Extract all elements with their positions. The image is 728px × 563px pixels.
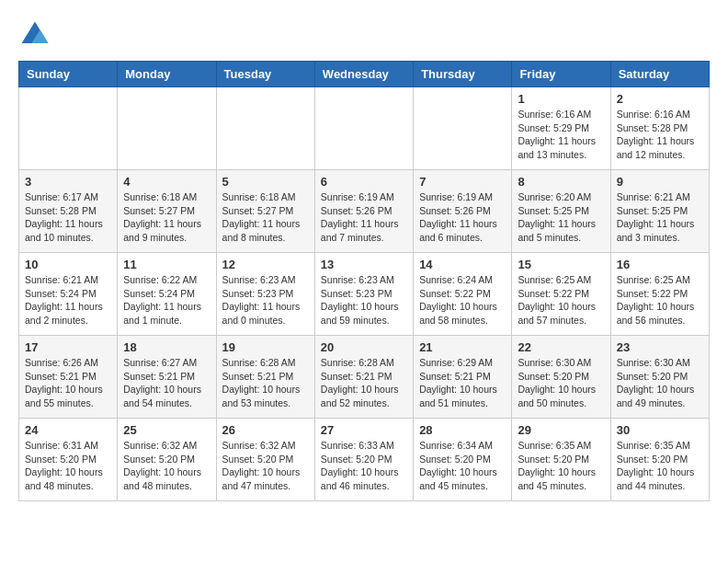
day-info: Sunrise: 6:28 AM Sunset: 5:21 PM Dayligh… bbox=[321, 356, 407, 410]
day-info: Sunrise: 6:17 AM Sunset: 5:28 PM Dayligh… bbox=[25, 190, 111, 245]
day-info: Sunrise: 6:18 AM Sunset: 5:27 PM Dayligh… bbox=[222, 190, 309, 245]
weekday-header-tuesday: Tuesday bbox=[216, 62, 314, 87]
day-info: Sunrise: 6:35 AM Sunset: 5:20 PM Dayligh… bbox=[518, 439, 604, 493]
day-number: 10 bbox=[25, 258, 111, 271]
day-number: 3 bbox=[25, 175, 111, 189]
day-number: 5 bbox=[222, 175, 309, 189]
calendar-cell: 15Sunrise: 6:25 AM Sunset: 5:22 PM Dayli… bbox=[512, 253, 610, 336]
day-info: Sunrise: 6:16 AM Sunset: 5:28 PM Dayligh… bbox=[617, 108, 703, 162]
day-number: 12 bbox=[222, 258, 309, 271]
day-info: Sunrise: 6:35 AM Sunset: 5:20 PM Dayligh… bbox=[617, 439, 703, 493]
day-number: 20 bbox=[321, 340, 407, 354]
day-info: Sunrise: 6:23 AM Sunset: 5:23 PM Dayligh… bbox=[321, 273, 407, 327]
calendar-cell bbox=[414, 87, 512, 170]
day-number: 7 bbox=[419, 175, 506, 189]
day-number: 11 bbox=[123, 258, 210, 271]
day-info: Sunrise: 6:31 AM Sunset: 5:20 PM Dayligh… bbox=[25, 439, 111, 493]
calendar-cell: 25Sunrise: 6:32 AM Sunset: 5:20 PM Dayli… bbox=[118, 419, 216, 501]
day-info: Sunrise: 6:27 AM Sunset: 5:21 PM Dayligh… bbox=[123, 356, 210, 410]
day-number: 17 bbox=[25, 340, 111, 354]
day-info: Sunrise: 6:18 AM Sunset: 5:27 PM Dayligh… bbox=[123, 190, 210, 245]
calendar-table: SundayMondayTuesdayWednesdayThursdayFrid… bbox=[18, 61, 710, 501]
calendar-cell: 8Sunrise: 6:20 AM Sunset: 5:25 PM Daylig… bbox=[512, 170, 610, 253]
calendar-cell: 12Sunrise: 6:23 AM Sunset: 5:23 PM Dayli… bbox=[216, 253, 314, 336]
day-info: Sunrise: 6:20 AM Sunset: 5:25 PM Dayligh… bbox=[518, 190, 604, 245]
calendar-cell: 30Sunrise: 6:35 AM Sunset: 5:20 PM Dayli… bbox=[610, 419, 709, 501]
day-number: 30 bbox=[617, 423, 703, 437]
calendar-cell: 9Sunrise: 6:21 AM Sunset: 5:25 PM Daylig… bbox=[610, 170, 709, 253]
calendar-cell: 5Sunrise: 6:18 AM Sunset: 5:27 PM Daylig… bbox=[216, 170, 314, 253]
calendar-cell: 21Sunrise: 6:29 AM Sunset: 5:21 PM Dayli… bbox=[414, 336, 512, 419]
calendar-week-row: 10Sunrise: 6:21 AM Sunset: 5:24 PM Dayli… bbox=[19, 253, 710, 336]
day-info: Sunrise: 6:25 AM Sunset: 5:22 PM Dayligh… bbox=[518, 273, 604, 327]
weekday-header-row: SundayMondayTuesdayWednesdayThursdayFrid… bbox=[19, 62, 710, 87]
calendar-cell bbox=[314, 87, 413, 170]
calendar-cell bbox=[118, 87, 216, 170]
day-number: 9 bbox=[617, 175, 703, 189]
day-number: 19 bbox=[222, 340, 309, 354]
calendar-week-row: 24Sunrise: 6:31 AM Sunset: 5:20 PM Dayli… bbox=[19, 419, 710, 501]
weekday-header-sunday: Sunday bbox=[19, 62, 118, 87]
day-number: 13 bbox=[321, 258, 407, 271]
day-number: 28 bbox=[419, 423, 506, 437]
day-info: Sunrise: 6:29 AM Sunset: 5:21 PM Dayligh… bbox=[419, 356, 506, 410]
day-number: 25 bbox=[123, 423, 210, 437]
day-info: Sunrise: 6:33 AM Sunset: 5:20 PM Dayligh… bbox=[321, 439, 407, 493]
calendar-cell: 16Sunrise: 6:25 AM Sunset: 5:22 PM Dayli… bbox=[610, 253, 709, 336]
day-number: 29 bbox=[518, 423, 604, 437]
day-info: Sunrise: 6:21 AM Sunset: 5:24 PM Dayligh… bbox=[25, 273, 111, 327]
calendar-cell: 20Sunrise: 6:28 AM Sunset: 5:21 PM Dayli… bbox=[314, 336, 413, 419]
calendar-cell: 24Sunrise: 6:31 AM Sunset: 5:20 PM Dayli… bbox=[19, 419, 118, 501]
day-number: 22 bbox=[518, 340, 604, 354]
calendar-cell: 23Sunrise: 6:30 AM Sunset: 5:20 PM Dayli… bbox=[610, 336, 709, 419]
calendar-cell: 13Sunrise: 6:23 AM Sunset: 5:23 PM Dayli… bbox=[314, 253, 413, 336]
day-info: Sunrise: 6:24 AM Sunset: 5:22 PM Dayligh… bbox=[419, 273, 506, 327]
calendar-cell: 17Sunrise: 6:26 AM Sunset: 5:21 PM Dayli… bbox=[19, 336, 118, 419]
day-number: 18 bbox=[123, 340, 210, 354]
calendar-cell: 27Sunrise: 6:33 AM Sunset: 5:20 PM Dayli… bbox=[314, 419, 413, 501]
day-number: 2 bbox=[617, 92, 703, 106]
calendar-cell: 6Sunrise: 6:19 AM Sunset: 5:26 PM Daylig… bbox=[314, 170, 413, 253]
day-info: Sunrise: 6:32 AM Sunset: 5:20 PM Dayligh… bbox=[123, 439, 210, 493]
day-number: 6 bbox=[321, 175, 407, 189]
calendar-cell: 10Sunrise: 6:21 AM Sunset: 5:24 PM Dayli… bbox=[19, 253, 118, 336]
day-info: Sunrise: 6:21 AM Sunset: 5:25 PM Dayligh… bbox=[617, 190, 703, 245]
calendar-cell bbox=[19, 87, 118, 170]
day-info: Sunrise: 6:22 AM Sunset: 5:24 PM Dayligh… bbox=[123, 273, 210, 327]
calendar-cell: 22Sunrise: 6:30 AM Sunset: 5:20 PM Dayli… bbox=[512, 336, 610, 419]
weekday-header-friday: Friday bbox=[512, 62, 610, 87]
calendar-week-row: 17Sunrise: 6:26 AM Sunset: 5:21 PM Dayli… bbox=[19, 336, 710, 419]
calendar-cell: 26Sunrise: 6:32 AM Sunset: 5:20 PM Dayli… bbox=[216, 419, 314, 501]
calendar-cell: 28Sunrise: 6:34 AM Sunset: 5:20 PM Dayli… bbox=[414, 419, 512, 501]
calendar-cell: 1Sunrise: 6:16 AM Sunset: 5:29 PM Daylig… bbox=[512, 87, 610, 170]
calendar-cell bbox=[216, 87, 314, 170]
calendar-week-row: 3Sunrise: 6:17 AM Sunset: 5:28 PM Daylig… bbox=[19, 170, 710, 253]
day-info: Sunrise: 6:28 AM Sunset: 5:21 PM Dayligh… bbox=[222, 356, 309, 410]
day-number: 27 bbox=[321, 423, 407, 437]
calendar-cell: 14Sunrise: 6:24 AM Sunset: 5:22 PM Dayli… bbox=[414, 253, 512, 336]
day-info: Sunrise: 6:19 AM Sunset: 5:26 PM Dayligh… bbox=[419, 190, 506, 245]
day-number: 16 bbox=[617, 258, 703, 271]
day-info: Sunrise: 6:30 AM Sunset: 5:20 PM Dayligh… bbox=[518, 356, 604, 410]
page-header bbox=[18, 18, 710, 52]
day-info: Sunrise: 6:30 AM Sunset: 5:20 PM Dayligh… bbox=[617, 356, 703, 410]
day-info: Sunrise: 6:25 AM Sunset: 5:22 PM Dayligh… bbox=[617, 273, 703, 327]
day-info: Sunrise: 6:19 AM Sunset: 5:26 PM Dayligh… bbox=[321, 190, 407, 245]
calendar-week-row: 1Sunrise: 6:16 AM Sunset: 5:29 PM Daylig… bbox=[19, 87, 710, 170]
calendar-cell: 18Sunrise: 6:27 AM Sunset: 5:21 PM Dayli… bbox=[118, 336, 216, 419]
day-info: Sunrise: 6:16 AM Sunset: 5:29 PM Dayligh… bbox=[518, 108, 604, 162]
calendar-cell: 11Sunrise: 6:22 AM Sunset: 5:24 PM Dayli… bbox=[118, 253, 216, 336]
calendar-cell: 2Sunrise: 6:16 AM Sunset: 5:28 PM Daylig… bbox=[610, 87, 709, 170]
day-number: 26 bbox=[222, 423, 309, 437]
calendar-cell: 29Sunrise: 6:35 AM Sunset: 5:20 PM Dayli… bbox=[512, 419, 610, 501]
weekday-header-thursday: Thursday bbox=[414, 62, 512, 87]
logo-icon bbox=[18, 18, 51, 52]
day-number: 4 bbox=[123, 175, 210, 189]
day-number: 1 bbox=[518, 92, 604, 106]
calendar-cell: 19Sunrise: 6:28 AM Sunset: 5:21 PM Dayli… bbox=[216, 336, 314, 419]
day-number: 24 bbox=[25, 423, 111, 437]
calendar-cell: 4Sunrise: 6:18 AM Sunset: 5:27 PM Daylig… bbox=[118, 170, 216, 253]
day-number: 14 bbox=[419, 258, 506, 271]
weekday-header-monday: Monday bbox=[118, 62, 216, 87]
day-number: 23 bbox=[617, 340, 703, 354]
